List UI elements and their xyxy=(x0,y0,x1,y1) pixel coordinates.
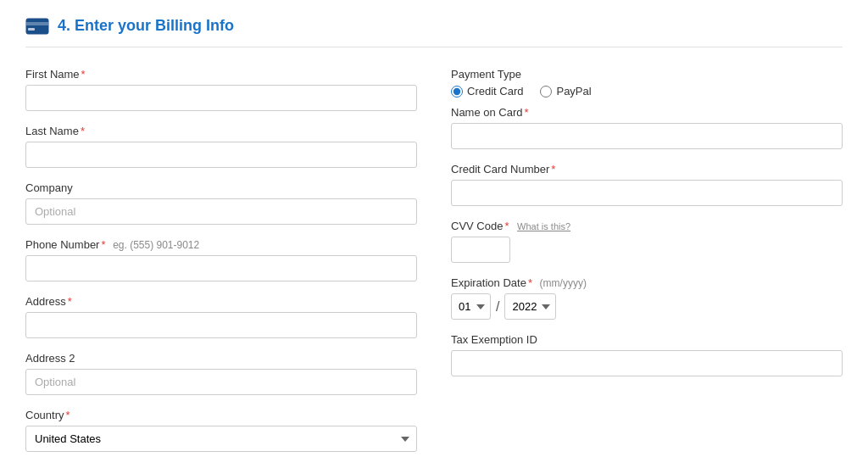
first-name-required: * xyxy=(81,68,86,81)
phone-input[interactable] xyxy=(25,255,417,281)
cvv-required: * xyxy=(504,220,509,232)
phone-hint: eg. (555) 901-9012 xyxy=(113,239,199,251)
name-on-card-label: Name on Card* xyxy=(451,106,843,119)
payment-options: Credit Card PayPal xyxy=(451,85,843,98)
tax-exemption-group: Tax Exemption ID xyxy=(451,333,843,376)
company-label: Company xyxy=(25,181,417,194)
credit-card-label: Credit Card xyxy=(467,85,523,98)
expiry-month-select[interactable]: 01020304 05060708 09101112 xyxy=(451,293,491,320)
cvv-group: CVV Code* What is this? xyxy=(451,220,843,263)
expiry-row: 01020304 05060708 09101112 / 20202021202… xyxy=(451,293,843,320)
tax-exemption-label: Tax Exemption ID xyxy=(451,333,843,346)
payment-type-label: Payment Type xyxy=(451,68,843,81)
address2-input[interactable] xyxy=(25,369,417,395)
paypal-option[interactable]: PayPal xyxy=(540,85,591,98)
name-on-card-required: * xyxy=(525,106,529,119)
last-name-group: Last Name* xyxy=(25,125,417,168)
cc-number-label: Credit Card Number* xyxy=(451,163,843,176)
right-column: Payment Type Credit Card PayPal Name on … xyxy=(451,68,843,457)
what-is-this-link[interactable]: What is this? xyxy=(517,221,570,231)
company-input[interactable] xyxy=(25,198,417,225)
phone-required: * xyxy=(101,238,105,251)
last-name-label: Last Name* xyxy=(25,125,417,137)
address2-label: Address 2 xyxy=(25,352,417,365)
company-group: Company xyxy=(25,181,417,225)
expiry-separator: / xyxy=(496,299,499,315)
svg-rect-0 xyxy=(26,19,48,34)
credit-card-icon xyxy=(25,18,49,35)
tax-exemption-input[interactable] xyxy=(451,350,843,376)
section-title: 4. Enter your Billing Info xyxy=(58,17,234,35)
left-column: First Name* Last Name* Company Phone Num… xyxy=(25,68,417,457)
expiry-group: Expiration Date* (mm/yyyy) 01020304 0506… xyxy=(451,276,843,320)
country-select[interactable]: United States Canada United Kingdom xyxy=(25,426,417,452)
billing-form: First Name* Last Name* Company Phone Num… xyxy=(25,68,843,457)
name-on-card-group: Name on Card* xyxy=(451,106,843,149)
cc-number-input[interactable] xyxy=(451,180,843,206)
country-label: Country* xyxy=(25,409,417,421)
cc-number-required: * xyxy=(551,163,555,176)
address-input[interactable] xyxy=(25,312,417,338)
first-name-input[interactable] xyxy=(25,85,417,111)
payment-type-group: Payment Type Credit Card PayPal xyxy=(451,68,843,98)
last-name-required: * xyxy=(81,125,85,137)
cc-number-group: Credit Card Number* xyxy=(451,163,843,206)
svg-rect-1 xyxy=(26,22,48,25)
address2-group: Address 2 xyxy=(25,352,417,395)
name-on-card-input[interactable] xyxy=(451,123,843,149)
country-group: Country* United States Canada United Kin… xyxy=(25,409,417,452)
expiry-format-hint: (mm/yyyy) xyxy=(540,277,587,289)
address-label: Address* xyxy=(25,295,417,308)
paypal-label: PayPal xyxy=(556,85,591,98)
svg-rect-2 xyxy=(28,28,35,31)
expiry-required: * xyxy=(528,276,532,289)
expiry-year-select[interactable]: 202020212022 202320242025 202620272028 xyxy=(504,293,556,320)
cvv-label: CVV Code* What is this? xyxy=(451,220,843,232)
address-required: * xyxy=(68,295,72,308)
cvv-row xyxy=(451,237,843,263)
section-header: 4. Enter your Billing Info xyxy=(25,17,843,47)
phone-group: Phone Number* eg. (555) 901-9012 xyxy=(25,238,417,281)
first-name-label: First Name* xyxy=(25,68,417,81)
country-required: * xyxy=(66,409,70,421)
address-group: Address* xyxy=(25,295,417,338)
last-name-input[interactable] xyxy=(25,142,417,168)
paypal-radio[interactable] xyxy=(540,86,552,98)
cvv-input[interactable] xyxy=(451,237,510,263)
phone-label: Phone Number* eg. (555) 901-9012 xyxy=(25,238,417,251)
credit-card-radio[interactable] xyxy=(451,86,463,98)
credit-card-option[interactable]: Credit Card xyxy=(451,85,523,98)
first-name-group: First Name* xyxy=(25,68,417,111)
billing-form-page: 4. Enter your Billing Info First Name* L… xyxy=(0,0,868,457)
expiry-label: Expiration Date* (mm/yyyy) xyxy=(451,276,843,289)
